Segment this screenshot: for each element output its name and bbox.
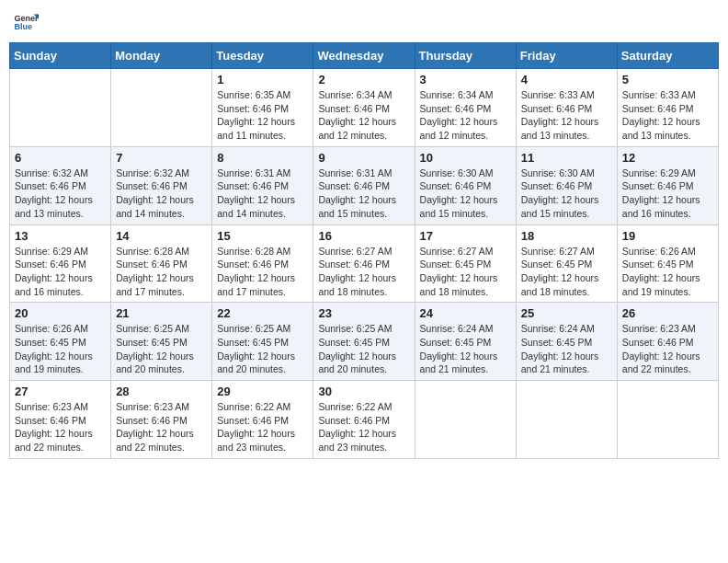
day-info: Sunrise: 6:29 AM Sunset: 6:46 PM Dayligh… — [622, 167, 713, 221]
weekday-header-thursday: Thursday — [415, 43, 516, 69]
day-info: Sunrise: 6:26 AM Sunset: 6:45 PM Dayligh… — [15, 322, 106, 376]
calendar-cell: 13Sunrise: 6:29 AM Sunset: 6:46 PM Dayli… — [10, 224, 111, 303]
day-number: 14 — [116, 229, 207, 243]
calendar-cell: 23Sunrise: 6:25 AM Sunset: 6:45 PM Dayli… — [313, 303, 415, 381]
calendar-cell — [10, 69, 111, 147]
weekday-header-saturday: Saturday — [617, 43, 718, 69]
day-number: 4 — [521, 73, 612, 86]
calendar-cell: 1Sunrise: 6:35 AM Sunset: 6:46 PM Daylig… — [212, 69, 313, 147]
day-info: Sunrise: 6:28 AM Sunset: 6:46 PM Dayligh… — [116, 245, 207, 299]
day-info: Sunrise: 6:25 AM Sunset: 6:45 PM Dayligh… — [318, 322, 409, 376]
day-info: Sunrise: 6:23 AM Sunset: 6:46 PM Dayligh… — [116, 400, 207, 454]
calendar-cell: 25Sunrise: 6:24 AM Sunset: 6:45 PM Dayli… — [516, 303, 617, 381]
weekday-header-monday: Monday — [111, 43, 212, 69]
day-number: 20 — [15, 306, 106, 320]
day-info: Sunrise: 6:33 AM Sunset: 6:46 PM Dayligh… — [521, 88, 612, 143]
calendar-cell: 22Sunrise: 6:25 AM Sunset: 6:45 PM Dayli… — [212, 303, 313, 381]
day-number: 29 — [217, 385, 308, 398]
calendar-cell: 27Sunrise: 6:23 AM Sunset: 6:46 PM Dayli… — [10, 381, 111, 459]
calendar-cell: 12Sunrise: 6:29 AM Sunset: 6:46 PM Dayli… — [617, 146, 718, 224]
day-info: Sunrise: 6:25 AM Sunset: 6:45 PM Dayligh… — [217, 322, 308, 376]
day-number: 6 — [15, 151, 106, 165]
day-info: Sunrise: 6:27 AM Sunset: 6:45 PM Dayligh… — [521, 245, 612, 299]
calendar-week-1: 1Sunrise: 6:35 AM Sunset: 6:46 PM Daylig… — [10, 69, 719, 147]
day-info: Sunrise: 6:27 AM Sunset: 6:45 PM Dayligh… — [420, 245, 511, 299]
calendar-cell: 17Sunrise: 6:27 AM Sunset: 6:45 PM Dayli… — [415, 224, 516, 303]
calendar-cell — [415, 381, 516, 459]
weekday-header-sunday: Sunday — [10, 43, 111, 69]
calendar-cell: 21Sunrise: 6:25 AM Sunset: 6:45 PM Dayli… — [111, 303, 212, 381]
calendar-cell: 19Sunrise: 6:26 AM Sunset: 6:45 PM Dayli… — [617, 224, 718, 303]
day-number: 25 — [521, 306, 612, 320]
calendar-cell: 29Sunrise: 6:22 AM Sunset: 6:46 PM Dayli… — [212, 381, 313, 459]
calendar-cell: 6Sunrise: 6:32 AM Sunset: 6:46 PM Daylig… — [10, 146, 111, 224]
calendar-cell: 7Sunrise: 6:32 AM Sunset: 6:46 PM Daylig… — [111, 146, 212, 224]
weekday-header-friday: Friday — [516, 43, 617, 69]
day-number: 10 — [420, 151, 511, 165]
calendar-cell: 24Sunrise: 6:24 AM Sunset: 6:45 PM Dayli… — [415, 303, 516, 381]
day-number: 9 — [318, 151, 409, 165]
day-info: Sunrise: 6:33 AM Sunset: 6:46 PM Dayligh… — [622, 88, 713, 143]
day-info: Sunrise: 6:23 AM Sunset: 6:46 PM Dayligh… — [15, 400, 106, 454]
day-number: 22 — [217, 306, 308, 320]
day-info: Sunrise: 6:32 AM Sunset: 6:46 PM Dayligh… — [15, 167, 106, 221]
day-info: Sunrise: 6:31 AM Sunset: 6:46 PM Dayligh… — [318, 167, 409, 221]
day-info: Sunrise: 6:24 AM Sunset: 6:45 PM Dayligh… — [420, 322, 511, 376]
day-number: 2 — [318, 73, 409, 86]
day-number: 17 — [420, 229, 511, 243]
calendar-cell: 4Sunrise: 6:33 AM Sunset: 6:46 PM Daylig… — [516, 69, 617, 147]
svg-text:Blue: Blue — [14, 22, 32, 31]
calendar-week-4: 20Sunrise: 6:26 AM Sunset: 6:45 PM Dayli… — [10, 303, 719, 381]
day-number: 30 — [318, 385, 409, 398]
day-number: 16 — [318, 229, 409, 243]
calendar-week-2: 6Sunrise: 6:32 AM Sunset: 6:46 PM Daylig… — [10, 146, 719, 224]
day-info: Sunrise: 6:28 AM Sunset: 6:46 PM Dayligh… — [217, 245, 308, 299]
day-info: Sunrise: 6:31 AM Sunset: 6:46 PM Dayligh… — [217, 167, 308, 221]
day-number: 3 — [420, 73, 511, 86]
day-number: 15 — [217, 229, 308, 243]
day-number: 7 — [116, 151, 207, 165]
day-info: Sunrise: 6:27 AM Sunset: 6:46 PM Dayligh… — [318, 245, 409, 299]
day-number: 13 — [15, 229, 106, 243]
logo: General Blue — [13, 9, 39, 35]
day-number: 21 — [116, 306, 207, 320]
calendar-table: SundayMondayTuesdayWednesdayThursdayFrid… — [9, 42, 719, 459]
calendar-cell — [516, 381, 617, 459]
day-info: Sunrise: 6:29 AM Sunset: 6:46 PM Dayligh… — [15, 245, 106, 299]
day-info: Sunrise: 6:34 AM Sunset: 6:46 PM Dayligh… — [318, 88, 409, 143]
day-info: Sunrise: 6:22 AM Sunset: 6:46 PM Dayligh… — [217, 400, 308, 454]
day-number: 19 — [622, 229, 713, 243]
day-info: Sunrise: 6:26 AM Sunset: 6:45 PM Dayligh… — [622, 245, 713, 299]
day-number: 11 — [521, 151, 612, 165]
calendar-cell: 14Sunrise: 6:28 AM Sunset: 6:46 PM Dayli… — [111, 224, 212, 303]
day-info: Sunrise: 6:24 AM Sunset: 6:45 PM Dayligh… — [521, 322, 612, 376]
day-number: 23 — [318, 306, 409, 320]
calendar-cell: 2Sunrise: 6:34 AM Sunset: 6:46 PM Daylig… — [313, 69, 415, 147]
calendar-cell: 5Sunrise: 6:33 AM Sunset: 6:46 PM Daylig… — [617, 69, 718, 147]
calendar-cell: 30Sunrise: 6:22 AM Sunset: 6:46 PM Dayli… — [313, 381, 415, 459]
day-info: Sunrise: 6:25 AM Sunset: 6:45 PM Dayligh… — [116, 322, 207, 376]
day-number: 1 — [217, 73, 308, 86]
calendar-cell — [111, 69, 212, 147]
weekday-header-tuesday: Tuesday — [212, 43, 313, 69]
day-info: Sunrise: 6:35 AM Sunset: 6:46 PM Dayligh… — [217, 88, 308, 143]
day-number: 5 — [622, 73, 713, 86]
calendar-cell: 3Sunrise: 6:34 AM Sunset: 6:46 PM Daylig… — [415, 69, 516, 147]
day-number: 18 — [521, 229, 612, 243]
calendar-cell: 26Sunrise: 6:23 AM Sunset: 6:46 PM Dayli… — [617, 303, 718, 381]
day-info: Sunrise: 6:30 AM Sunset: 6:46 PM Dayligh… — [521, 167, 612, 221]
weekday-header-row: SundayMondayTuesdayWednesdayThursdayFrid… — [10, 43, 719, 69]
day-info: Sunrise: 6:34 AM Sunset: 6:46 PM Dayligh… — [420, 88, 511, 143]
calendar-cell: 18Sunrise: 6:27 AM Sunset: 6:45 PM Dayli… — [516, 224, 617, 303]
day-info: Sunrise: 6:32 AM Sunset: 6:46 PM Dayligh… — [116, 167, 207, 221]
day-number: 12 — [622, 151, 713, 165]
calendar-cell: 20Sunrise: 6:26 AM Sunset: 6:45 PM Dayli… — [10, 303, 111, 381]
calendar-week-3: 13Sunrise: 6:29 AM Sunset: 6:46 PM Dayli… — [10, 224, 719, 303]
calendar-week-5: 27Sunrise: 6:23 AM Sunset: 6:46 PM Dayli… — [10, 381, 719, 459]
weekday-header-wednesday: Wednesday — [313, 43, 415, 69]
calendar-cell: 15Sunrise: 6:28 AM Sunset: 6:46 PM Dayli… — [212, 224, 313, 303]
day-info: Sunrise: 6:30 AM Sunset: 6:46 PM Dayligh… — [420, 167, 511, 221]
day-info: Sunrise: 6:22 AM Sunset: 6:46 PM Dayligh… — [318, 400, 409, 454]
day-number: 24 — [420, 306, 511, 320]
calendar-cell: 10Sunrise: 6:30 AM Sunset: 6:46 PM Dayli… — [415, 146, 516, 224]
